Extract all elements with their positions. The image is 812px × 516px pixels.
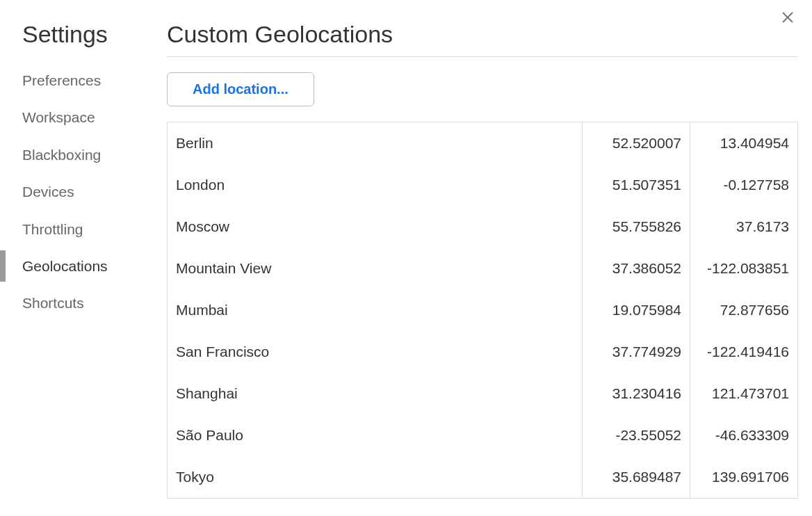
location-name: São Paulo [168,414,583,456]
table-row[interactable]: Mountain View37.386052-122.083851 [168,248,798,289]
location-longitude: 121.473701 [690,373,798,414]
location-longitude: -0.127758 [690,164,798,206]
sidebar-item-throttling[interactable]: Throttling [19,211,167,248]
location-name: San Francisco [168,331,583,373]
close-button[interactable] [779,10,797,28]
table-row[interactable]: São Paulo-23.55052-46.633309 [168,414,798,456]
location-longitude: -122.083851 [690,248,798,289]
location-name: Moscow [168,206,583,248]
sidebar-item-preferences[interactable]: Preferences [19,62,167,99]
location-name: Berlin [168,122,583,165]
settings-sidebar: Settings PreferencesWorkspaceBlackboxing… [0,21,167,516]
location-name: Mountain View [168,248,583,289]
sidebar-item-shortcuts[interactable]: Shortcuts [19,284,167,321]
sidebar-item-geolocations[interactable]: Geolocations [19,248,167,284]
location-latitude: -23.55052 [583,414,690,456]
location-latitude: 52.520007 [583,122,690,165]
table-row[interactable]: London51.507351-0.127758 [168,164,798,206]
location-longitude: 13.404954 [690,122,798,165]
table-row[interactable]: San Francisco37.774929-122.419416 [168,331,798,373]
table-row[interactable]: Moscow55.75582637.6173 [168,206,798,248]
table-row[interactable]: Tokyo35.689487139.691706 [168,456,798,499]
location-latitude: 55.755826 [583,206,690,248]
location-latitude: 51.507351 [583,164,690,206]
location-name: Mumbai [168,289,583,331]
table-row[interactable]: Berlin52.52000713.404954 [168,122,798,165]
close-icon [781,11,794,26]
location-latitude: 37.774929 [583,331,690,373]
location-latitude: 37.386052 [583,248,690,289]
table-row[interactable]: Shanghai31.230416121.473701 [168,373,798,414]
location-longitude: 37.6173 [690,206,798,248]
location-latitude: 31.230416 [583,373,690,414]
location-latitude: 19.075984 [583,289,690,331]
location-longitude: 72.877656 [690,289,798,331]
location-longitude: -122.419416 [690,331,798,373]
page-title: Custom Geolocations [167,21,798,48]
sidebar-item-devices[interactable]: Devices [19,173,167,210]
location-longitude: -46.633309 [690,414,798,456]
locations-table: Berlin52.52000713.404954London51.507351-… [167,122,798,499]
add-location-button[interactable]: Add location... [167,72,314,106]
main-panel: Custom Geolocations Add location... Berl… [167,21,812,516]
location-latitude: 35.689487 [583,456,690,499]
location-name: Shanghai [168,373,583,414]
location-longitude: 139.691706 [690,456,798,499]
sidebar-item-workspace[interactable]: Workspace [19,99,167,136]
sidebar-item-blackboxing[interactable]: Blackboxing [19,136,167,173]
location-name: London [168,164,583,206]
table-row[interactable]: Mumbai19.07598472.877656 [168,289,798,331]
settings-title: Settings [19,21,167,48]
divider [167,56,798,57]
location-name: Tokyo [168,456,583,499]
